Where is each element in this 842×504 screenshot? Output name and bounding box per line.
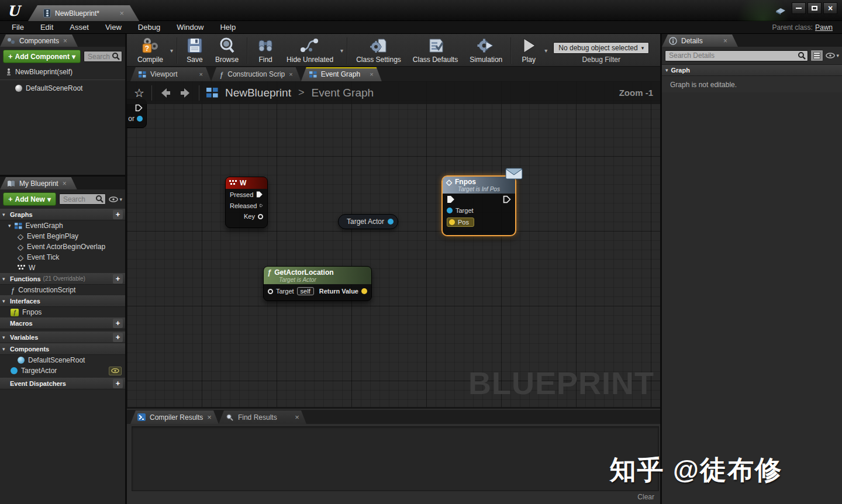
target-pin[interactable] <box>447 208 453 213</box>
minimize-button[interactable] <box>792 2 806 14</box>
tab-viewport[interactable]: Viewport × <box>130 67 211 81</box>
hide-unrelated-button[interactable]: Hide Unrelated <box>281 35 339 66</box>
exec-pin-icon[interactable] <box>135 104 143 112</box>
close-icon[interactable]: × <box>199 71 203 78</box>
compile-button[interactable]: ? Compile <box>132 35 169 66</box>
components-root-row[interactable]: NewBlueprint(self) <box>0 66 125 77</box>
add-function-button[interactable]: + <box>113 274 123 284</box>
maximize-button[interactable] <box>808 2 822 14</box>
back-arrow-icon[interactable] <box>159 87 172 99</box>
play-button[interactable]: Play <box>514 35 543 66</box>
event-beginplay-row[interactable]: ◇ Event BeginPlay <box>0 231 125 241</box>
section-interfaces[interactable]: ▾ Interfaces <box>0 295 125 307</box>
section-functions[interactable]: ▾ Functions (21 Overridable) + <box>0 273 125 285</box>
tab-my-blueprint[interactable]: My Blueprint × <box>0 177 77 189</box>
section-graphs[interactable]: ▾ Graphs + <box>0 209 125 220</box>
object-pin[interactable] <box>137 116 143 122</box>
parent-class-link[interactable]: Pawn <box>815 23 833 32</box>
close-icon[interactable]: × <box>723 37 727 45</box>
section-variables-components[interactable]: ▾ Components <box>0 343 125 355</box>
caret-down-icon[interactable]: ▾ <box>339 47 344 54</box>
add-event-dispatcher-button[interactable]: + <box>113 379 123 388</box>
object-pin[interactable] <box>388 219 394 225</box>
clear-button[interactable]: Clear <box>637 493 654 502</box>
released-pin-label: Released <box>230 202 257 209</box>
return-value-pin[interactable] <box>361 288 367 294</box>
caret-down-icon[interactable]: ▾ <box>169 47 174 54</box>
event-graph-canvas[interactable]: ☆ NewBlueprint > Event Graph Zoom -1 BLU… <box>127 81 660 409</box>
menu-help[interactable]: Help <box>212 23 244 32</box>
tab-details[interactable]: Details × <box>662 34 738 47</box>
breadcrumb-root[interactable]: NewBlueprint <box>225 87 291 99</box>
add-macro-button[interactable]: + <box>113 319 123 328</box>
fnpos-node-title: Fnpos <box>455 178 476 186</box>
close-icon[interactable]: × <box>289 71 292 78</box>
menu-edit[interactable]: Edit <box>32 23 61 32</box>
close-icon[interactable]: × <box>295 413 299 422</box>
tab-components[interactable]: Components × <box>0 34 78 47</box>
save-button[interactable]: Save <box>180 35 209 66</box>
add-new-button[interactable]: + Add New ▾ <box>3 192 56 206</box>
menu-file[interactable]: File <box>4 23 32 32</box>
node-fnpos[interactable]: ◇ Fnpos Target is Inf Pos Target <box>441 175 516 236</box>
details-graph-section[interactable]: ▾ Graph <box>662 64 842 76</box>
section-variables[interactable]: ▾ Variables + <box>0 332 125 343</box>
event-actorbeginoverlap-row[interactable]: ◇ Event ActorBeginOverlap <box>0 241 125 252</box>
tab-event-graph[interactable]: Event Graph × <box>301 67 382 81</box>
section-macros[interactable]: Macros + <box>0 317 125 329</box>
node-w-key-event[interactable]: W Pressed Released Key <box>225 177 268 228</box>
key-pin[interactable] <box>258 214 263 219</box>
browse-button[interactable]: Browse <box>209 35 244 66</box>
property-matrix-button[interactable] <box>810 50 823 61</box>
add-graph-button[interactable]: + <box>113 210 123 219</box>
tab-find-results[interactable]: Find Results × <box>219 410 306 424</box>
close-icon[interactable]: × <box>119 9 124 18</box>
close-button[interactable]: × <box>823 2 837 14</box>
node-getactorlocation[interactable]: ƒ GetActorLocation Target is Actor Targe… <box>263 266 372 301</box>
variable-targetactor-row[interactable]: TargetActor <box>0 365 125 376</box>
exec-pin-icon[interactable] <box>447 195 455 203</box>
add-variable-button[interactable]: + <box>113 333 123 342</box>
compiler-results-log[interactable] <box>132 426 659 491</box>
exec-pin-icon[interactable] <box>256 191 263 198</box>
tab-construction-script[interactable]: ƒ Construction Scrip × <box>211 67 301 81</box>
class-defaults-button[interactable]: Class Defaults <box>407 35 464 66</box>
close-icon[interactable]: × <box>370 71 373 78</box>
close-icon[interactable]: × <box>63 37 67 45</box>
debug-object-dropdown[interactable]: No debug object selected ▾ <box>553 42 649 54</box>
menu-debug[interactable]: Debug <box>130 23 168 32</box>
favorite-star-icon[interactable]: ☆ <box>134 86 144 100</box>
caret-down-icon[interactable]: ▾ <box>543 47 548 54</box>
vector-pin[interactable] <box>449 219 455 225</box>
section-event-dispatchers[interactable]: Event Dispatchers + <box>0 378 125 389</box>
class-settings-button[interactable]: Class Settings <box>350 35 407 66</box>
details-view-options-button[interactable]: ▾ <box>826 53 839 58</box>
tab-compiler-results[interactable]: Compiler Results × <box>130 410 219 424</box>
variable-defaultsceneroot-row[interactable]: DefaultSceneRoot <box>0 355 125 365</box>
variable-visibility-toggle[interactable] <box>109 367 122 375</box>
node-target-actor-getter[interactable]: Target Actor <box>338 214 398 229</box>
target-pin[interactable] <box>268 289 273 294</box>
components-child-row[interactable]: DefaultSceneRoot <box>0 82 125 94</box>
exec-pin-icon[interactable] <box>260 202 263 209</box>
eventgraph-row[interactable]: ▾ EventGraph <box>0 220 125 231</box>
menu-window[interactable]: Window <box>168 23 212 32</box>
close-icon[interactable]: × <box>207 413 212 422</box>
exec-pin-icon[interactable] <box>503 195 511 203</box>
menu-view[interactable]: View <box>97 23 130 32</box>
asset-tab-newblueprint[interactable]: NewBlueprint* × <box>28 5 139 21</box>
find-button[interactable]: Find <box>250 35 281 66</box>
visibility-filter-button[interactable]: ▾ <box>109 196 122 202</box>
interface-fnpos-row[interactable]: ƒ Fnpos <box>0 307 125 317</box>
add-component-button[interactable]: + Add Component ▾ <box>3 50 81 63</box>
pos-pin-highlight[interactable]: Pos <box>447 218 474 227</box>
close-icon[interactable]: × <box>63 179 67 188</box>
event-tick-row[interactable]: ◇ Event Tick <box>0 252 125 263</box>
details-search-input[interactable] <box>665 50 808 61</box>
simulation-button[interactable]: Simulation <box>464 35 508 66</box>
constructionscript-row[interactable]: ƒ ConstructionScript <box>0 285 125 295</box>
forward-arrow-icon[interactable] <box>179 87 192 99</box>
self-value-box[interactable]: self <box>297 287 314 295</box>
event-w-row[interactable]: W <box>0 263 125 273</box>
menu-asset[interactable]: Asset <box>61 23 97 32</box>
